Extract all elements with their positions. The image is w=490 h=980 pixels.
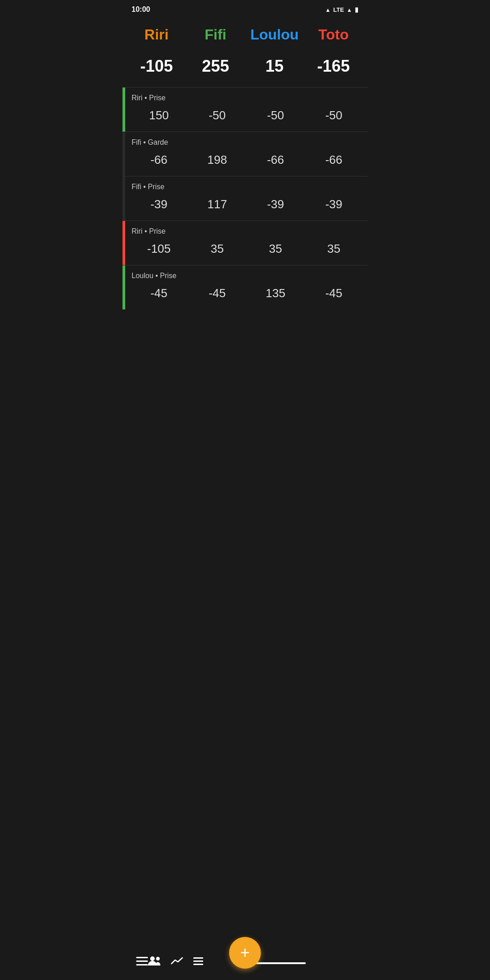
round-score: 150 [130,108,188,122]
status-icons: LTE [325,6,358,13]
round-row: Fifi • Garde-66198-66-66 [122,132,368,176]
add-round-button[interactable]: + [229,937,261,969]
player-name-toto: Toto [304,26,363,43]
bottom-nav: + [122,950,368,980]
signal-icon [347,6,352,13]
round-score: -105 [130,242,188,256]
round-row: Riri • Prise150-50-50-50 [122,87,368,132]
round-score: -66 [130,153,188,167]
status-bar: 10:00 LTE [122,0,368,17]
battery-icon [355,6,358,13]
round-score: -39 [130,197,188,211]
round-row: Riri • Prise-105353535 [122,220,368,265]
round-score: -45 [130,286,188,300]
round-score: 135 [246,286,305,300]
round-indicator [122,132,125,176]
round-score: 35 [188,242,247,256]
round-scores: -66198-66-66 [125,148,368,176]
round-indicator [122,88,125,132]
round-score: -66 [246,153,305,167]
player-name-fifi: Fifi [186,26,245,43]
player-name-riri: Riri [127,26,186,43]
svg-point-1 [156,957,160,960]
player-name-loulou: Loulou [245,26,304,43]
round-label: Riri • Prise [125,221,368,237]
round-score: -50 [305,108,363,122]
rounds-container: Riri • Prise150-50-50-50Fifi • Garde-661… [122,87,368,309]
round-scores: -39117-39-39 [125,193,368,220]
lte-text: LTE [333,6,344,13]
people-icon[interactable] [148,956,161,966]
round-score: -39 [246,197,305,211]
round-indicator [122,221,125,265]
round-label: Riri • Prise [125,88,368,104]
round-score: 35 [305,242,363,256]
round-label: Loulou • Prise [125,265,368,282]
round-score: -45 [305,286,363,300]
round-score: 198 [188,153,247,167]
wifi-icon [325,6,331,13]
round-score: 117 [188,197,247,211]
total-toto: -165 [304,57,363,76]
svg-point-0 [150,956,155,961]
hamburger-menu-button[interactable] [136,957,148,965]
round-indicator [122,265,125,309]
home-indicator [251,962,306,964]
total-loulou: 15 [245,57,304,76]
round-score: -39 [305,197,363,211]
list-view-button[interactable] [193,957,203,965]
round-score: -50 [246,108,305,122]
round-score: -66 [305,153,363,167]
total-riri: -105 [127,57,186,76]
round-row: Loulou • Prise-45-45135-45 [122,265,368,309]
round-scores: 150-50-50-50 [125,104,368,132]
round-score: -50 [188,108,247,122]
round-label: Fifi • Garde [125,132,368,148]
round-indicator [122,176,125,220]
players-header: Riri Fifi Loulou Toto [122,17,368,48]
stats-icon[interactable] [171,956,183,966]
round-scores: -105353535 [125,237,368,265]
round-score: -45 [188,286,247,300]
round-scores: -45-45135-45 [125,282,368,309]
round-score: 35 [246,242,305,256]
totals-row: -105 255 15 -165 [122,48,368,87]
status-time: 10:00 [132,5,150,14]
round-row: Fifi • Prise-39117-39-39 [122,176,368,220]
total-fifi: 255 [186,57,245,76]
round-label: Fifi • Prise [125,176,368,193]
nav-right-icons [148,956,203,966]
